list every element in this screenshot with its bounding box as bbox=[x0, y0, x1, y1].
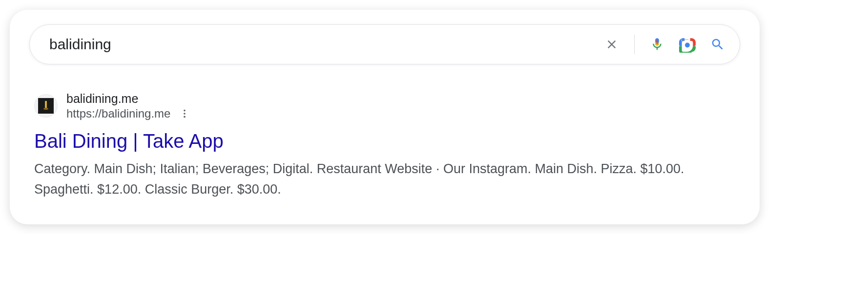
site-info: balidining.me https://balidining.me bbox=[66, 91, 190, 120]
svg-point-6 bbox=[184, 116, 186, 118]
voice-search-icon[interactable] bbox=[647, 35, 667, 54]
svg-point-4 bbox=[184, 110, 186, 112]
site-name: balidining.me bbox=[66, 91, 190, 106]
search-icon[interactable] bbox=[708, 35, 727, 54]
site-url[interactable]: https://balidining.me bbox=[66, 107, 170, 120]
image-search-icon[interactable] bbox=[678, 35, 697, 54]
svg-rect-2 bbox=[45, 101, 47, 108]
search-icons bbox=[602, 35, 727, 54]
clear-icon[interactable] bbox=[602, 35, 621, 54]
more-options-icon[interactable] bbox=[179, 108, 190, 119]
result-snippet: Category. Main Dish; Italian; Beverages;… bbox=[34, 159, 718, 200]
svg-point-1 bbox=[685, 42, 690, 47]
search-result-card: balidining.me https://balidining.me Bali… bbox=[10, 10, 760, 224]
search-input[interactable] bbox=[49, 36, 602, 53]
divider bbox=[634, 35, 635, 54]
site-favicon[interactable] bbox=[34, 94, 58, 118]
search-bar bbox=[29, 24, 740, 64]
search-result: balidining.me https://balidining.me Bali… bbox=[29, 91, 740, 200]
result-title-link[interactable]: Bali Dining | Take App bbox=[34, 130, 740, 152]
result-header: balidining.me https://balidining.me bbox=[34, 91, 740, 120]
svg-point-3 bbox=[43, 108, 48, 110]
site-url-row: https://balidining.me bbox=[66, 107, 190, 120]
svg-point-5 bbox=[184, 113, 186, 115]
